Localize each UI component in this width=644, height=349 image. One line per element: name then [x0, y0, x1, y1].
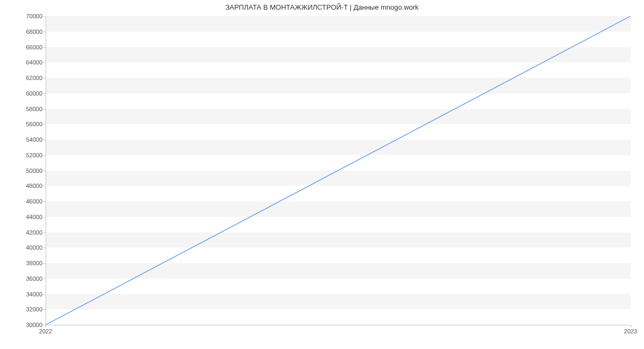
y-tick-label: 68000	[26, 28, 42, 35]
y-tick-label: 64000	[26, 59, 42, 66]
y-tick-label: 30000	[26, 322, 42, 328]
y-tick-label: 48000	[26, 183, 42, 189]
y-tick-label: 50000	[26, 168, 42, 174]
y-tick-label: 44000	[26, 214, 42, 220]
y-tick-label: 62000	[26, 75, 42, 81]
x-tick	[631, 325, 631, 328]
y-tick-label: 38000	[26, 260, 42, 266]
y-tick-label: 70000	[26, 13, 42, 19]
x-axis-line	[46, 325, 631, 325]
y-tick-label: 56000	[26, 121, 42, 127]
series-layer	[46, 16, 631, 325]
y-tick-label: 52000	[26, 152, 42, 158]
y-tick-label: 46000	[26, 198, 42, 205]
y-tick-label: 66000	[26, 44, 42, 50]
y-tick-label: 40000	[26, 244, 42, 251]
y-tick-label: 60000	[26, 90, 42, 97]
y-tick-label: 34000	[26, 291, 42, 297]
y-tick-label: 58000	[26, 106, 42, 112]
plot-area: 3000032000340003600038000400004200044000…	[46, 16, 631, 325]
x-tick-label: 2022	[39, 328, 52, 335]
chart-container: ЗАРПЛАТА В МОНТАЖЖИЛСТРОЙ-Т | Данные mno…	[0, 0, 644, 349]
y-tick-label: 32000	[26, 306, 42, 312]
y-tick-label: 42000	[26, 229, 42, 236]
series-line	[46, 16, 631, 325]
y-tick-label: 36000	[26, 275, 42, 282]
x-tick-label: 2023	[624, 328, 637, 335]
chart-title: ЗАРПЛАТА В МОНТАЖЖИЛСТРОЙ-Т | Данные mno…	[0, 3, 644, 11]
y-tick-label: 54000	[26, 136, 42, 143]
